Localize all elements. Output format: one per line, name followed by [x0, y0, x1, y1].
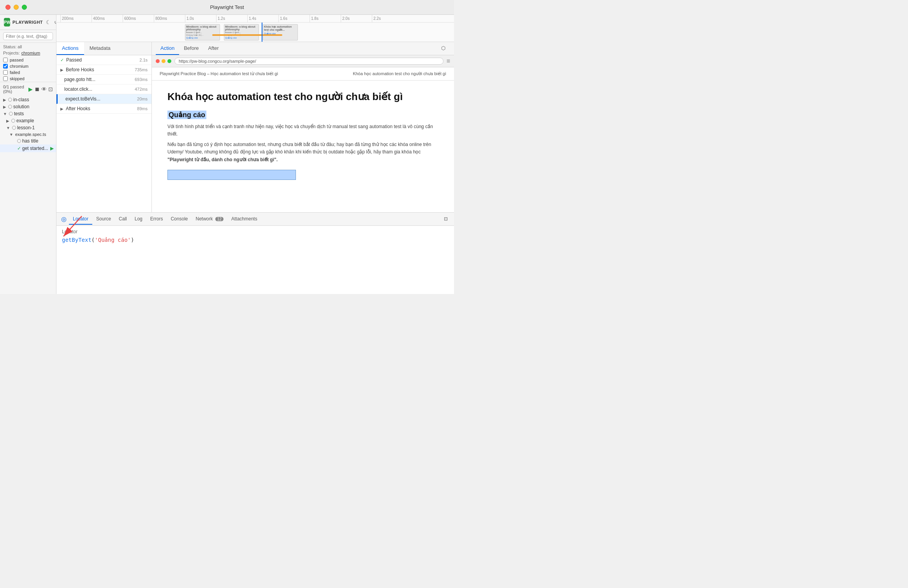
action-item-passed[interactable]: ✓ Passed 2.1s [56, 55, 151, 65]
tab-errors[interactable]: Errors [146, 214, 167, 225]
chevron-icon: ▶ [60, 68, 63, 72]
action-item-expect-tobevis[interactable]: expect.toBeVis... 20ms [56, 94, 151, 104]
run-button[interactable]: ▶ [28, 86, 33, 92]
tab-network[interactable]: Network 12 [192, 214, 227, 225]
tree-item-label: get started... [22, 146, 48, 151]
tree-item-example-spec[interactable]: ▼ example.spec.ts [0, 131, 56, 137]
sidebar-title: PLAYWRIGHT [12, 20, 43, 25]
tab-call[interactable]: Call [115, 214, 131, 225]
tree-item-lesson1[interactable]: ▼ lesson-1 [0, 124, 56, 131]
skipped-checkbox-row: skipped [0, 76, 56, 82]
sidebar: Pick locator PW PLAYWRIGHT ☾ ↺ ⊞ Status:… [0, 15, 56, 294]
close-button[interactable] [5, 5, 11, 10]
browser-dots [156, 59, 171, 63]
tab-actions[interactable]: Actions [56, 42, 84, 55]
actions-panel: Actions Metadata ✓ Passed 2.1s ▶ Before … [56, 42, 152, 212]
tree-item-label: solution [13, 104, 29, 109]
ruler-mark: 2.0s [341, 15, 372, 23]
bottom-content: Locator getByText('Quảng cáo') [56, 226, 454, 294]
maximize-button[interactable] [22, 5, 27, 10]
tab-attachments[interactable]: Attachments [227, 214, 261, 225]
tree-item-has-title[interactable]: has title [0, 137, 56, 144]
filter-input[interactable] [3, 32, 53, 40]
main-area: 200ms 400ms 600ms 800ms 1.0s 1.2s 1.4s 1… [56, 15, 454, 294]
tree-item-example[interactable]: ▶ example [0, 117, 56, 124]
ruler-mark: 600ms [123, 15, 154, 23]
action-time: 20ms [137, 97, 148, 101]
titlebar-controls [5, 5, 27, 10]
tree-item-label: tests [14, 111, 24, 116]
timeline-content: Mindborn: a blog about philosophy lesson… [56, 23, 454, 42]
action-time: 2.1s [139, 58, 148, 62]
actions-list: ✓ Passed 2.1s ▶ Before Hooks 735ms page.… [56, 55, 151, 212]
tree-item-get-started[interactable]: ✓ get started... ▶ ⊡ 👁 [0, 144, 56, 152]
action-item-before-hooks[interactable]: ▶ Before Hooks 735ms [56, 65, 151, 75]
passed-checkbox[interactable] [3, 58, 8, 62]
check-icon: ✓ [60, 58, 64, 63]
tree-item-solution[interactable]: ▶ solution [0, 103, 56, 110]
status-row: Status: all [0, 43, 56, 50]
test-count: 0/1 passed (0%) [3, 85, 27, 94]
skipped-checkbox[interactable] [3, 76, 8, 81]
ruler-mark: 1.4s [247, 15, 278, 23]
tab-metadata[interactable]: Metadata [84, 42, 116, 55]
theme-toggle-button[interactable]: ☾ [45, 19, 52, 26]
blog-header-left: Playwright Practice Blog – Học automatio… [160, 71, 278, 76]
copy-test-button[interactable]: ⊡ [56, 146, 56, 151]
action-label: expect.toBeVis... [65, 96, 135, 102]
refresh-button[interactable]: ↺ [53, 19, 56, 26]
open-external-button[interactable]: ⬡ [436, 42, 450, 55]
chevron-icon: ▶ [60, 107, 63, 111]
chromium-label: chromium [10, 64, 28, 69]
ruler-mark: 400ms [92, 15, 123, 23]
sidebar-header: PW PLAYWRIGHT ☾ ↺ ⊞ [0, 15, 56, 30]
tree-item-label: lesson-1 [17, 125, 35, 130]
locator-code: getByText('Quảng cáo') [62, 237, 449, 243]
tree-item-in-class[interactable]: ▶ in-class [0, 96, 56, 103]
failed-checkbox-row: failed [0, 69, 56, 76]
action-label: locator.click... [64, 86, 132, 92]
status-icon [8, 105, 12, 109]
tab-source[interactable]: Source [92, 214, 115, 225]
chevron-icon: ▶ [3, 105, 6, 109]
browser-url-bar: https://pw-blog.congcu.org/sample-page/ [174, 58, 443, 65]
tab-locator[interactable]: Locator [69, 214, 92, 225]
status-icon [9, 112, 13, 116]
run-test-button[interactable]: ▶ [49, 145, 55, 151]
tab-after[interactable]: After [203, 42, 223, 55]
test-controls: 0/1 passed (0%) ▶ ⏹ 👁 ⊡ [0, 82, 56, 96]
action-item-page-goto[interactable]: page.goto htt... 693ms [56, 75, 151, 85]
actions-panel-tabs: Actions Metadata [56, 42, 151, 55]
stop-button[interactable]: ⏹ [34, 86, 40, 92]
tab-console[interactable]: Console [167, 214, 192, 225]
blog-content: Khóa học automation test cho người chưa … [152, 81, 454, 190]
action-item-after-hooks[interactable]: ▶ After Hooks 89ms [56, 104, 151, 114]
action-label: After Hooks [66, 106, 135, 111]
failed-checkbox[interactable] [3, 70, 8, 75]
titlebar: Playwright Test [0, 0, 454, 15]
action-time: 89ms [137, 106, 148, 111]
action-item-locator-click[interactable]: locator.click... 472ms [56, 85, 151, 94]
tab-action[interactable]: Action [156, 42, 179, 55]
tab-log[interactable]: Log [131, 214, 146, 225]
split-view-button[interactable]: ⊡ [440, 214, 452, 225]
action-area: Actions Metadata ✓ Passed 2.1s ▶ Before … [56, 42, 454, 212]
action-label: page.goto htt... [64, 77, 132, 82]
locator-string: 'Quảng cáo' [95, 237, 131, 243]
chevron-icon: ▶ [3, 98, 6, 102]
bottom-tabs: ◎ Locator Source Call Log Errors Console… [56, 213, 454, 226]
copy-button[interactable]: ⊡ [48, 86, 53, 92]
locator-pick-button[interactable]: ◎ [59, 214, 69, 224]
browser-preview: https://pw-blog.congcu.org/sample-page/ … [152, 55, 454, 212]
passed-checkbox-row: passed [0, 57, 56, 63]
blog-paragraph2: Nếu bạn đã từng có ý định học automation… [167, 141, 438, 164]
eye-button[interactable]: 👁 [41, 86, 47, 92]
chromium-checkbox[interactable] [3, 64, 8, 69]
passed-label: passed [10, 58, 23, 62]
minimize-button[interactable] [14, 5, 19, 10]
action-label: Passed [66, 57, 137, 63]
tree-item-tests[interactable]: ▼ tests [0, 110, 56, 117]
failed-label: failed [10, 70, 20, 75]
projects-row: Projects: chromium [0, 50, 56, 57]
tab-before[interactable]: Before [179, 42, 203, 55]
